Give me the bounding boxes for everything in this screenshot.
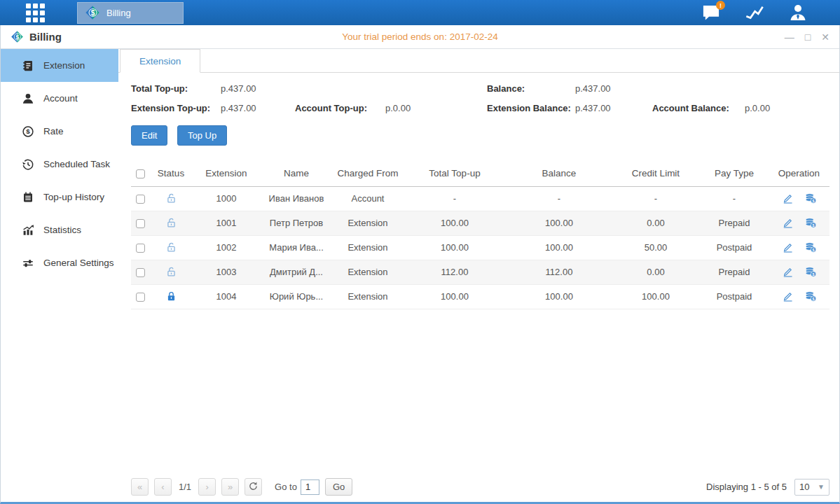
page-size-value: 10 [799,482,809,492]
row-checkbox[interactable] [136,219,145,228]
cell-total-topup: 100.00 [403,211,507,235]
cell-extension: 1002 [193,235,260,260]
cell-credit-limit: 0.00 [612,211,700,235]
first-page-icon: « [137,482,142,492]
user-icon [788,14,808,24]
cell-balance: 112.00 [507,260,612,284]
edit-icon[interactable] [782,192,794,204]
extension-balance-value: p.437.00 [575,103,652,113]
cell-credit-limit: 0.00 [612,260,700,284]
table-row: 1004Юрий Юрь...Extension100.00100.00100.… [131,284,829,309]
last-page-button[interactable]: » [221,478,239,496]
close-icon[interactable]: ✕ [821,32,829,42]
extension-topup-label: Extension Top-up: [131,103,221,113]
account-icon [22,92,34,105]
row-checkbox[interactable] [136,244,145,253]
taskbar-tab-billing[interactable]: $ Billing [77,2,184,24]
user-menu-button[interactable] [788,3,808,22]
locked-icon [165,290,177,302]
cell-name: Дмитрий Д... [260,260,333,284]
tab-extension[interactable]: Extension [120,49,200,73]
extension-balance-label: Extension Balance: [487,103,575,113]
taskbar-tab-label: Billing [106,8,131,18]
next-page-button[interactable]: › [198,478,216,496]
account-balance-value: p.0.00 [745,103,829,113]
sidebar-item-label: Account [43,93,78,104]
row-checkbox[interactable] [136,293,145,302]
svg-text:$: $ [91,9,95,17]
column-header-total-top-up: Total Top-up [403,161,507,186]
sidebar: Extension Account $ Rate Scheduled Task … [1,49,118,502]
notifications-button[interactable]: ! [701,3,721,22]
sidebar-item-topup-history[interactable]: Top-up History [1,181,118,214]
edit-icon[interactable] [782,290,794,302]
refresh-button[interactable] [245,478,262,496]
sidebar-item-scheduled-task[interactable]: Scheduled Task [1,148,118,181]
cell-pay-type: Prepaid [700,211,769,235]
column-header-status: Status [149,161,193,186]
trial-notice: Your trial period ends on: 2017-02-24 [1,31,839,42]
svg-text:$: $ [26,127,30,135]
topup-icon[interactable]: $ [805,290,817,302]
window-titlebar: $ Billing Your trial period ends on: 201… [1,25,839,49]
pagination-bar: « ‹ 1/1 › » Go to Go Displaying 1 - 5 of… [131,472,829,496]
cell-total-topup: 112.00 [403,260,507,284]
page-size-select[interactable]: 10 ▼ [794,479,829,496]
svg-text:$: $ [812,297,814,301]
toolbar: Edit Top Up [131,125,829,146]
sidebar-item-general-settings[interactable]: General Settings [1,246,118,279]
sidebar-item-extension[interactable]: Extension [1,49,118,82]
cell-name: Иван Иванов [260,186,333,211]
sidebar-item-label: Scheduled Task [43,159,110,169]
balance-summary: Total Top-up: p.437.00 Balance: p.437.00… [131,83,829,113]
total-topup-value: p.437.00 [221,83,295,94]
topup-icon[interactable]: $ [805,266,817,278]
cell-pay-type: Postpaid [700,235,769,260]
window-body: Extension Account $ Rate Scheduled Task … [1,49,839,502]
row-checkbox[interactable] [136,195,145,204]
edit-button[interactable]: Edit [131,125,167,146]
sidebar-item-statistics[interactable]: Statistics [1,214,118,246]
sidebar-item-label: Rate [43,126,64,136]
cell-credit-limit: 50.00 [612,235,700,260]
cell-total-topup: - [403,186,507,211]
goto-page-input[interactable] [301,479,319,495]
column-header-credit-limit: Credit Limit [612,161,700,186]
unlocked-icon [165,266,177,278]
edit-icon[interactable] [782,217,794,229]
topup-icon[interactable]: $ [805,192,817,204]
next-page-icon: › [205,482,208,492]
minimize-icon[interactable]: — [785,32,794,42]
line-chart-icon [745,14,764,24]
topup-button[interactable]: Top Up [177,125,227,146]
reports-button[interactable] [745,3,764,22]
extension-table: StatusExtensionNameCharged FromTotal Top… [131,161,829,309]
statistics-icon [22,224,34,237]
maximize-icon[interactable]: □ [805,32,811,42]
sidebar-item-account[interactable]: Account [1,82,118,115]
table-row: 1003Дмитрий Д...Extension112.00112.000.0… [131,260,829,284]
select-all-checkbox[interactable] [136,169,145,178]
sidebar-item-rate[interactable]: $ Rate [1,115,118,148]
edit-icon[interactable] [782,241,794,253]
go-button[interactable]: Go [325,478,352,496]
topup-icon[interactable]: $ [805,217,817,229]
prev-page-button[interactable]: ‹ [154,478,172,496]
app-launcher-button[interactable] [21,0,49,25]
cell-credit-limit: 100.00 [612,284,700,309]
balance-value: p.437.00 [575,83,652,94]
cell-balance: 100.00 [507,211,612,235]
svg-text:$: $ [812,248,814,252]
cell-charged-from: Account [333,186,403,211]
table-header-row: StatusExtensionNameCharged FromTotal Top… [131,161,829,186]
balance-label: Balance: [487,83,575,94]
topup-icon[interactable]: $ [805,241,817,253]
svg-text:$: $ [812,272,814,276]
cell-pay-type: Prepaid [700,260,769,284]
extension-icon [22,59,34,72]
row-checkbox[interactable] [136,268,145,277]
cell-balance: 100.00 [507,284,612,309]
first-page-button[interactable]: « [131,478,149,496]
edit-icon[interactable] [782,266,794,278]
cell-extension: 1001 [193,211,260,235]
